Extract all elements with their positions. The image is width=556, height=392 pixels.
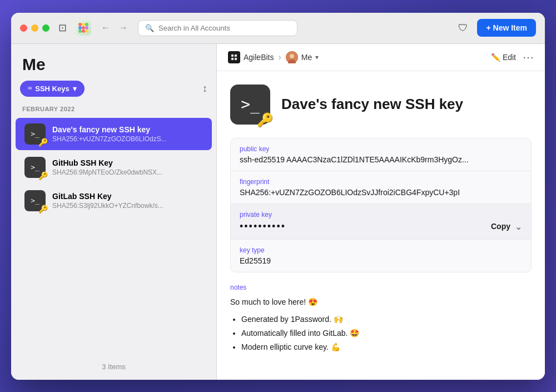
- terminal-symbol: >_: [31, 163, 39, 171]
- ssh-key-icon-2: >_ 🔑: [24, 157, 46, 178]
- key-icon: 🔑: [38, 205, 48, 214]
- item-name-3: GitLab SSH Key: [52, 192, 203, 201]
- more-options-button[interactable]: ⋯: [523, 51, 534, 64]
- sidebar-toggle-button[interactable]: ⊡: [56, 19, 69, 36]
- sidebar: Me ⌨ SSH Keys ▾ ↕ FEBRUARY 2022 >_ 🔑: [11, 44, 217, 380]
- shield-button[interactable]: 🛡: [456, 20, 470, 36]
- detail-panel: AgileBits › Me ▾: [217, 44, 545, 380]
- notes-item-2: Automatically filled into GitLab. 🤩: [241, 326, 532, 340]
- pencil-icon: ✏️: [491, 53, 500, 62]
- private-key-row: •••••••••• Copy ⌄: [240, 221, 522, 232]
- category-label: SSH Keys: [35, 85, 69, 93]
- search-input[interactable]: [158, 24, 290, 32]
- new-item-button[interactable]: + New Item: [477, 19, 536, 37]
- svg-point-1: [82, 23, 85, 26]
- expand-button[interactable]: ⌄: [515, 221, 522, 232]
- private-key-label: private key: [240, 211, 522, 219]
- user-avatar: [286, 51, 298, 63]
- notes-label: notes: [230, 284, 532, 291]
- breadcrumb: AgileBits › Me ▾: [228, 51, 484, 63]
- public-key-field: public key ssh-ed25519 AAAAC3NzaC1lZDl1N…: [231, 138, 531, 171]
- terminal-symbol: >_: [31, 130, 39, 138]
- key-big-icon: 🔑: [257, 112, 274, 128]
- breadcrumb-org: AgileBits: [228, 51, 274, 63]
- notes-section: notes So much to love here! 😍 Generated …: [230, 281, 532, 357]
- minimize-button[interactable]: [31, 24, 38, 32]
- sort-button[interactable]: ↕: [202, 83, 207, 95]
- detail-content: >_ 🔑 Dave's fancy new SSH key public key…: [217, 71, 545, 380]
- item-header: >_ 🔑 Dave's fancy new SSH key: [230, 85, 532, 125]
- user-name: Me: [301, 53, 312, 62]
- key-type-value: Ed25519: [240, 256, 522, 265]
- item-sub-1: SHA256:+vUZN7ZzGOZOB6LIOdzS...: [52, 135, 203, 143]
- public-key-label: public key: [240, 145, 522, 153]
- item-sub-3: SHA256:S3lj92UkkO+YZCnfbowk/s...: [52, 202, 203, 210]
- section-label: FEBRUARY 2022: [11, 103, 216, 117]
- items-count: 3 Items: [11, 354, 216, 380]
- svg-rect-13: [235, 58, 237, 60]
- copy-button[interactable]: Copy: [491, 222, 510, 231]
- terminal-icon: ⌨: [28, 85, 32, 92]
- item-name-1: Dave's fancy new SSH key: [52, 125, 203, 134]
- notes-item-1: Generated by 1Password. 🙌: [241, 312, 532, 326]
- key-type-field: key type Ed25519: [231, 240, 531, 272]
- sidebar-header: Me: [11, 44, 216, 81]
- fingerprint-field: fingerprint SHA256:+vUZN7ZzGOZOB6LIOdzSv…: [231, 171, 531, 204]
- svg-point-8: [85, 29, 88, 33]
- notes-list: Generated by 1Password. 🙌 Automatically …: [230, 312, 532, 355]
- svg-rect-11: [235, 54, 237, 57]
- breadcrumb-user[interactable]: Me ▾: [286, 51, 319, 63]
- item-title: Dave's fancy new SSH key: [281, 96, 463, 113]
- svg-point-3: [78, 26, 82, 29]
- svg-point-15: [290, 54, 294, 58]
- notes-intro: So much to love here! 😍: [230, 296, 532, 308]
- svg-point-7: [82, 29, 85, 33]
- svg-point-0: [78, 23, 82, 26]
- detail-header: AgileBits › Me ▾: [217, 44, 545, 71]
- chevron-down-icon: ▾: [73, 85, 77, 93]
- nav-buttons: ← →: [98, 21, 131, 35]
- list-item[interactable]: >_ 🔑 GitHub SSH Key SHA256:9MpNTEoO/Zke0…: [16, 151, 212, 183]
- public-key-value: ssh-ed25519 AAAAC3NzaC1lZDl1NTE5AAAAIKcK…: [240, 155, 522, 164]
- org-name: AgileBits: [244, 53, 274, 62]
- edit-label: Edit: [503, 53, 516, 62]
- forward-button[interactable]: →: [116, 21, 131, 35]
- chevron-down-icon: ▾: [315, 53, 319, 61]
- item-name-2: GitHub SSH Key: [52, 158, 203, 167]
- maximize-button[interactable]: [42, 24, 49, 32]
- category-filter-button[interactable]: ⌨ SSH Keys ▾: [20, 81, 85, 97]
- svg-point-6: [78, 29, 82, 33]
- item-info-1: Dave's fancy new SSH key SHA256:+vUZN7Zz…: [52, 125, 203, 143]
- copy-section: Copy ⌄: [491, 221, 522, 232]
- search-bar[interactable]: 🔍: [138, 20, 297, 36]
- header-actions: ✏️ Edit ⋯: [491, 51, 534, 64]
- list-item[interactable]: >_ 🔑 GitLab SSH Key SHA256:S3lj92UkkO+YZ…: [16, 185, 212, 217]
- key-icon: 🔑: [38, 138, 48, 147]
- svg-rect-9: [230, 53, 238, 61]
- key-type-label: key type: [240, 246, 522, 254]
- traffic-lights: [20, 24, 49, 32]
- item-sub-2: SHA256:9MpNTEoO/Zke0dwbNSX...: [52, 168, 203, 176]
- sidebar-toolbar: ⌨ SSH Keys ▾ ↕: [11, 81, 216, 103]
- svg-rect-10: [231, 54, 234, 57]
- list-item[interactable]: >_ 🔑 Dave's fancy new SSH key SHA256:+vU…: [16, 118, 212, 150]
- notes-item-3: Modern elliptic curve key. 💪: [241, 340, 532, 354]
- item-list: >_ 🔑 Dave's fancy new SSH key SHA256:+vU…: [11, 117, 216, 354]
- item-info-3: GitLab SSH Key SHA256:S3lj92UkkO+YZCnfbo…: [52, 192, 203, 210]
- svg-point-4: [82, 26, 85, 29]
- svg-rect-12: [231, 58, 234, 60]
- app-window: ⊡ ← → 🔍 🛡 + New Item: [11, 13, 545, 380]
- back-button[interactable]: ←: [98, 21, 113, 35]
- terminal-symbol: >_: [31, 196, 39, 205]
- main-content: Me ⌨ SSH Keys ▾ ↕ FEBRUARY 2022 >_ 🔑: [11, 44, 545, 380]
- sidebar-title: Me: [22, 55, 205, 74]
- ssh-key-icon-3: >_ 🔑: [24, 190, 46, 211]
- app-icon: [76, 20, 91, 36]
- private-key-value: ••••••••••: [240, 221, 286, 232]
- close-button[interactable]: [20, 24, 27, 32]
- public-key-section: public key ssh-ed25519 AAAAC3NzaC1lZDl1N…: [230, 138, 532, 272]
- svg-point-2: [85, 23, 88, 26]
- svg-point-5: [85, 26, 88, 29]
- edit-button[interactable]: ✏️ Edit: [491, 53, 516, 62]
- titlebar: ⊡ ← → 🔍 🛡 + New Item: [11, 13, 545, 44]
